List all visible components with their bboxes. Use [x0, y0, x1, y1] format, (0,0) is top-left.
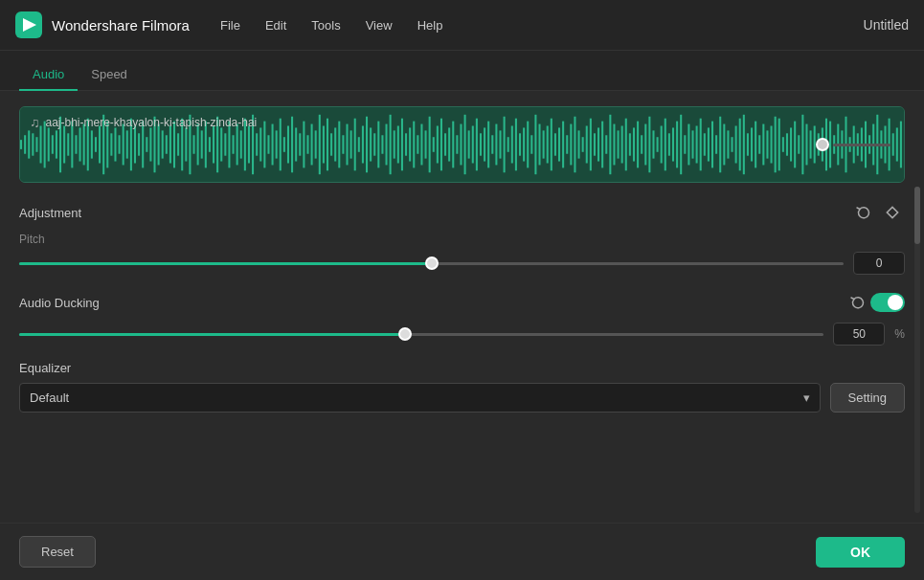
- svg-rect-120: [480, 133, 482, 155]
- equalizer-selected-value: Default: [30, 390, 69, 405]
- menu-edit[interactable]: Edit: [263, 14, 288, 36]
- svg-rect-61: [248, 126, 250, 164]
- pitch-slider-thumb[interactable]: [425, 257, 439, 270]
- svg-rect-88: [354, 119, 356, 171]
- svg-rect-172: [684, 135, 686, 154]
- ok-button[interactable]: OK: [816, 537, 905, 568]
- equalizer-select[interactable]: Default ▾: [19, 383, 821, 413]
- svg-rect-126: [504, 117, 506, 173]
- pitch-slider-track-wrap[interactable]: [19, 254, 844, 273]
- svg-rect-156: [621, 126, 623, 164]
- svg-rect-69: [280, 119, 282, 171]
- svg-rect-75: [303, 122, 304, 168]
- svg-rect-141: [562, 122, 564, 168]
- audio-ducking-slider-track-wrap[interactable]: [19, 324, 823, 344]
- svg-rect-180: [715, 135, 717, 154]
- svg-rect-196: [778, 119, 780, 171]
- svg-rect-104: [417, 135, 418, 154]
- svg-rect-65: [263, 122, 265, 168]
- scrollbar[interactable]: [914, 187, 920, 513]
- svg-rect-57: [233, 135, 235, 154]
- pitch-value-box[interactable]: 0: [853, 252, 905, 275]
- svg-rect-51: [209, 137, 211, 152]
- svg-rect-184: [732, 137, 733, 152]
- svg-rect-131: [523, 127, 525, 161]
- svg-rect-178: [708, 127, 710, 161]
- svg-rect-151: [601, 122, 603, 168]
- svg-rect-135: [538, 124, 540, 166]
- tab-speed[interactable]: Speed: [78, 59, 141, 91]
- svg-rect-173: [687, 124, 689, 166]
- equalizer-setting-button[interactable]: Setting: [830, 383, 905, 413]
- svg-rect-182: [723, 124, 725, 166]
- svg-rect-28: [119, 135, 121, 154]
- svg-rect-132: [527, 122, 529, 168]
- waveform-playhead[interactable]: [816, 138, 890, 151]
- audio-ducking-value-box[interactable]: 50: [833, 323, 885, 346]
- svg-rect-27: [114, 127, 116, 161]
- svg-rect-85: [342, 135, 344, 154]
- toggle-knob: [888, 295, 903, 310]
- svg-rect-176: [700, 119, 702, 171]
- svg-rect-102: [409, 127, 411, 161]
- reset-icon: [856, 205, 871, 220]
- svg-rect-107: [429, 117, 431, 173]
- adjustment-reset-button[interactable]: [851, 200, 876, 225]
- svg-rect-41: [169, 126, 171, 164]
- svg-rect-191: [758, 135, 760, 154]
- svg-rect-170: [676, 122, 678, 168]
- svg-rect-153: [609, 115, 611, 174]
- svg-rect-86: [346, 124, 348, 166]
- svg-rect-193: [766, 130, 768, 158]
- tab-audio[interactable]: Audio: [19, 59, 78, 91]
- svg-rect-198: [786, 133, 788, 155]
- menu-view[interactable]: View: [364, 14, 394, 36]
- scrollbar-thumb[interactable]: [914, 187, 920, 244]
- svg-rect-163: [648, 117, 650, 173]
- svg-rect-137: [547, 126, 549, 164]
- svg-rect-101: [405, 133, 407, 155]
- svg-rect-118: [472, 126, 474, 164]
- svg-rect-149: [594, 133, 596, 155]
- waveform-thumb[interactable]: [816, 138, 829, 151]
- svg-rect-158: [629, 133, 631, 155]
- pitch-label: Pitch: [19, 233, 905, 246]
- svg-rect-30: [126, 130, 128, 158]
- svg-rect-190: [755, 122, 756, 168]
- svg-rect-49: [201, 130, 203, 158]
- svg-rect-17: [75, 135, 77, 154]
- svg-rect-81: [327, 119, 328, 171]
- svg-rect-114: [456, 135, 458, 154]
- svg-rect-79: [319, 115, 321, 174]
- svg-rect-12: [56, 130, 57, 158]
- reset-button[interactable]: Reset: [19, 536, 96, 568]
- waveform-container: ♫ aaj-bhi-mere-khayalon-ki-tapish-zinda-…: [19, 106, 905, 183]
- chevron-down-icon: ▾: [803, 390, 810, 405]
- svg-rect-168: [668, 133, 670, 155]
- menu-tools[interactable]: Tools: [309, 14, 342, 36]
- svg-rect-146: [582, 137, 584, 152]
- svg-rect-40: [166, 135, 168, 154]
- svg-rect-188: [747, 133, 749, 155]
- svg-rect-36: [149, 127, 151, 161]
- audio-ducking-slider-track: [19, 333, 823, 336]
- audio-ducking-slider-thumb[interactable]: [398, 327, 412, 341]
- svg-rect-74: [299, 133, 301, 155]
- svg-rect-227: [900, 122, 902, 168]
- menu-file[interactable]: File: [218, 14, 242, 36]
- svg-rect-201: [798, 135, 800, 154]
- menu-help[interactable]: Help: [416, 14, 445, 36]
- app-logo: [15, 11, 42, 38]
- adjustment-keyframe-button[interactable]: [880, 200, 905, 225]
- audio-ducking-label: Audio Ducking: [19, 296, 842, 310]
- audio-ducking-slider-fill: [19, 333, 405, 336]
- audio-ducking-reset-button[interactable]: [845, 290, 870, 315]
- waveform-track-right: [833, 144, 890, 146]
- pitch-slider-track: [19, 262, 844, 265]
- svg-rect-167: [665, 119, 666, 171]
- svg-rect-192: [762, 124, 764, 166]
- svg-rect-39: [162, 130, 164, 158]
- audio-ducking-unit: %: [894, 327, 905, 341]
- audio-ducking-toggle[interactable]: [870, 293, 905, 312]
- app-title: Wondershare Filmora: [52, 17, 190, 33]
